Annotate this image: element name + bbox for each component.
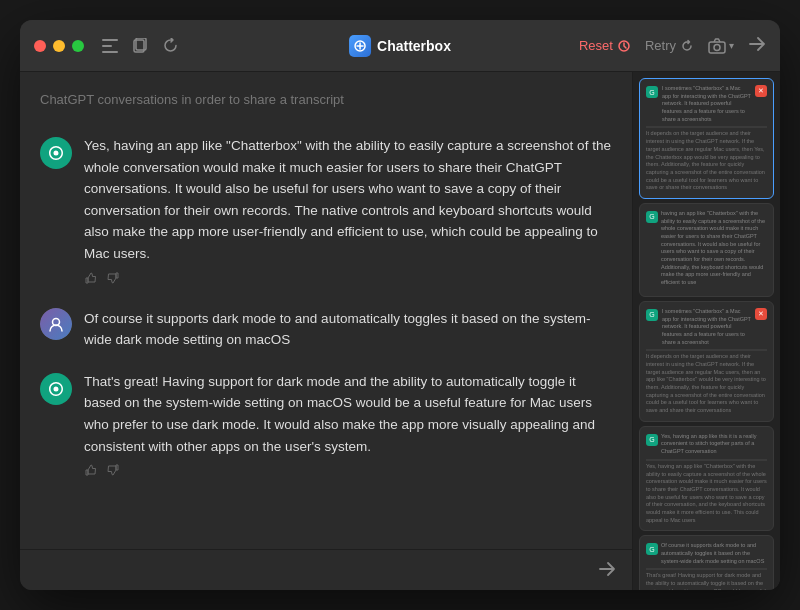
reset-label: Reset <box>579 38 613 53</box>
retry-label: Retry <box>645 38 676 53</box>
camera-chevron: ▾ <box>729 40 734 51</box>
thumb-delete-1[interactable]: ✕ <box>755 85 767 97</box>
retry-button[interactable]: Retry <box>645 38 694 53</box>
svg-rect-7 <box>709 42 725 53</box>
message-actions-2 <box>84 463 612 480</box>
thumbs-down-2[interactable] <box>106 463 120 480</box>
message-text-1: Yes, having an app like "Chatterbox" wit… <box>84 135 612 265</box>
messages-list: ChatGPT conversations in order to share … <box>20 72 632 549</box>
titlebar-title: Chatterbox <box>349 35 451 57</box>
avatar-gpt-2 <box>40 373 72 405</box>
traffic-lights <box>34 40 84 52</box>
avatar-user-1 <box>40 308 72 340</box>
main-content: ChatGPT conversations in order to share … <box>20 72 780 590</box>
message-text-2: That's great! Having support for dark mo… <box>84 371 612 457</box>
app-logo <box>349 35 371 57</box>
thumbnail-4[interactable]: G Yes, having an app like this it is a r… <box>639 426 774 532</box>
titlebar-right: Reset Retry ▾ <box>579 35 766 57</box>
message-content-2: That's great! Having support for dark mo… <box>84 371 612 480</box>
thumb-gpt-icon-3: G <box>646 309 658 321</box>
thumbnail-3[interactable]: G I sometimes "Chatterbox" a Mac app for… <box>639 301 774 422</box>
chat-input[interactable] <box>36 561 588 577</box>
message-assistant-2: That's great! Having support for dark mo… <box>40 371 612 480</box>
thumbs-up-1[interactable] <box>84 271 98 288</box>
app-title: Chatterbox <box>377 38 451 54</box>
send-button[interactable] <box>598 560 616 578</box>
avatar-gpt-1 <box>40 137 72 169</box>
message-content-1: Yes, having an app like "Chatterbox" wit… <box>84 135 612 288</box>
message-content-user-1: Of course it supports dark mode to and a… <box>84 308 612 351</box>
message-user-1: Of course it supports dark mode to and a… <box>40 308 612 351</box>
minimize-button[interactable] <box>53 40 65 52</box>
close-button[interactable] <box>34 40 46 52</box>
chat-area: ChatGPT conversations in order to share … <box>20 72 632 590</box>
thumb-gpt-icon-1: G <box>646 86 658 98</box>
truncated-message: ChatGPT conversations in order to share … <box>40 88 612 115</box>
thumb-gpt-icon-2: G <box>646 211 658 223</box>
thumbnail-2[interactable]: G having an app like "Chatterbox" with t… <box>639 203 774 297</box>
message-actions-1 <box>84 271 612 288</box>
titlebar: Chatterbox Reset Retry <box>20 20 780 72</box>
app-window: Chatterbox Reset Retry <box>20 20 780 590</box>
pages-icon[interactable] <box>130 36 150 56</box>
message-text-user-1: Of course it supports dark mode to and a… <box>84 308 612 351</box>
maximize-button[interactable] <box>72 40 84 52</box>
sidebar-strip: G I sometimes "Chatterbox" a Mac app for… <box>632 72 780 590</box>
message-assistant-1: Yes, having an app like "Chatterbox" wit… <box>40 135 612 288</box>
thumbs-down-1[interactable] <box>106 271 120 288</box>
thumb-gpt-icon-4: G <box>646 434 658 446</box>
svg-rect-0 <box>102 39 118 41</box>
send-top-button[interactable] <box>748 35 766 57</box>
input-area <box>20 549 632 590</box>
thumbnail-1[interactable]: G I sometimes "Chatterbox" a Mac app for… <box>639 78 774 199</box>
thumb-delete-3[interactable]: ✕ <box>755 308 767 320</box>
refresh-icon[interactable] <box>160 36 180 56</box>
camera-button[interactable]: ▾ <box>708 38 734 54</box>
thumbnail-5[interactable]: G Of course it supports dark mode to and… <box>639 535 774 590</box>
thumb-gpt-icon-5: G <box>646 543 658 555</box>
thumbs-up-2[interactable] <box>84 463 98 480</box>
svg-rect-2 <box>102 51 118 53</box>
titlebar-icons <box>100 36 180 56</box>
reset-button[interactable]: Reset <box>579 38 631 53</box>
svg-point-8 <box>714 44 720 50</box>
sidebar-toggle-icon[interactable] <box>100 36 120 56</box>
svg-rect-1 <box>102 45 112 47</box>
